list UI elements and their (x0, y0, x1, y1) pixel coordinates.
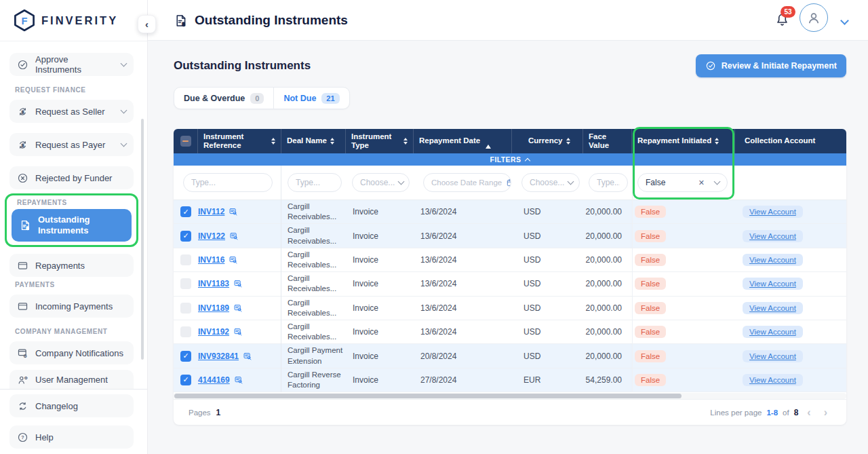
previous-page-button[interactable]: ‹ (803, 407, 814, 418)
view-account-link[interactable]: View Account (743, 230, 803, 242)
sticky-column-divider (632, 166, 633, 392)
sidebar-item-request-as-payer[interactable]: Request as Payer (9, 133, 134, 156)
sort-ascending-icon[interactable] (486, 136, 491, 145)
row-checkbox[interactable]: ✓ (180, 206, 191, 217)
chevron-down-icon (121, 140, 127, 147)
filter-instrument-type-select[interactable]: Choose... (352, 173, 410, 192)
select-all-checkbox[interactable] (180, 136, 191, 147)
sidebar-item-request-as-seller[interactable]: Request as Seller (9, 100, 134, 123)
filter-repayment-date-range[interactable]: Choose Date Range (423, 173, 511, 192)
instrument-preview-icon[interactable] (243, 352, 252, 361)
instrument-preview-icon[interactable] (229, 207, 238, 216)
view-account-link[interactable]: View Account (743, 254, 803, 266)
table-row[interactable]: ✓ INV112 CargillReceivables... Invoice 1… (174, 200, 846, 224)
clear-filter-icon[interactable]: ✕ (698, 178, 705, 187)
row-checkbox[interactable]: ✓ (180, 231, 191, 242)
instrument-preview-icon[interactable] (229, 255, 238, 265)
table-row[interactable]: INV116 CargillReceivables... Invoice 13/… (174, 248, 846, 272)
review-initiate-repayment-button[interactable]: Review & Initiate Repayment (696, 54, 846, 77)
repayment-date-cell: 13/6/2024 (414, 248, 512, 271)
filter-currency-select[interactable]: Choose... (521, 173, 580, 192)
column-header-repayment-initiated[interactable]: Repayment Initiated (632, 129, 735, 153)
row-checkbox[interactable] (180, 326, 191, 337)
face-value-cell: 20,000.00 (583, 272, 632, 295)
instrument-preview-icon[interactable] (234, 375, 243, 385)
filters-toggle-bar[interactable]: FILTERS (174, 153, 846, 166)
sort-icon[interactable] (271, 138, 275, 145)
instrument-reference-link[interactable]: INV932841 (198, 352, 239, 361)
column-header-currency[interactable]: Currency (512, 129, 583, 153)
sidebar-item-incoming-payments[interactable]: Incoming Payments (9, 295, 134, 318)
sidebar-scrollbar[interactable] (141, 119, 144, 360)
sort-icon[interactable] (403, 138, 408, 145)
user-menu-chevron[interactable] (840, 16, 849, 25)
tab-not-due[interactable]: Not Due 21 (274, 88, 349, 109)
sidebar-item-outstanding-instruments[interactable]: Outstanding Instruments (12, 209, 132, 242)
view-account-link[interactable]: View Account (743, 350, 803, 362)
notification-count-badge: 53 (781, 6, 795, 18)
filter-instrument-reference-input[interactable] (191, 178, 264, 187)
row-checkbox[interactable]: ✓ (180, 351, 191, 362)
next-page-button[interactable]: › (820, 407, 831, 418)
row-checkbox[interactable] (180, 278, 191, 289)
row-checkbox[interactable] (180, 254, 191, 265)
instrument-reference-link[interactable]: INV1189 (198, 303, 229, 313)
view-account-link[interactable]: View Account (743, 278, 803, 290)
table-row[interactable]: INV1189 CargillReceivables... Invoice 13… (174, 297, 846, 320)
sidebar-collapse-button[interactable]: ‹ (138, 15, 156, 33)
sidebar-item-approve-instruments[interactable]: Approve Instruments (9, 53, 134, 76)
column-header-repayment-date[interactable]: Repayment Date (414, 129, 512, 153)
brand-logo[interactable]: F FINVERITY (0, 0, 147, 32)
instrument-reference-link[interactable]: INV122 (198, 231, 225, 241)
instrument-preview-icon[interactable] (233, 327, 243, 337)
row-checkbox[interactable] (180, 303, 191, 314)
filter-deal-name-input[interactable] (296, 178, 334, 187)
rows-range[interactable]: 1-8 (766, 409, 778, 417)
instrument-preview-icon[interactable] (233, 279, 243, 288)
section-label-company-management: COMPANY MANAGEMENT (15, 328, 134, 335)
table-horizontal-scrollbar[interactable] (174, 393, 846, 399)
row-checkbox[interactable]: ✓ (180, 375, 191, 385)
column-header-deal-name[interactable]: Deal Name (281, 129, 346, 153)
sidebar-item-rejected-by-funder[interactable]: Rejected by Funder (9, 166, 134, 189)
instrument-preview-icon[interactable] (229, 231, 239, 241)
sidebar-item-company-notifications[interactable]: ⚙ Company Notifications (9, 341, 134, 364)
view-account-link[interactable]: View Account (743, 302, 803, 314)
instrument-reference-link[interactable]: INV116 (198, 255, 224, 265)
sort-icon[interactable] (715, 138, 719, 145)
user-avatar-button[interactable] (800, 3, 828, 32)
sidebar-item-repayments[interactable]: Repayments (9, 254, 134, 277)
instrument-reference-link[interactable]: INV1183 (198, 279, 229, 288)
sort-icon[interactable] (330, 138, 334, 145)
filter-repayment-initiated-select[interactable]: False ✕ (637, 173, 728, 192)
instrument-preview-icon[interactable] (233, 303, 243, 313)
instrument-reference-link[interactable]: INV1192 (198, 327, 229, 337)
section-label-payments: PAYMENTS (15, 281, 134, 288)
table-row[interactable]: INV1183 CargillReceivables... Invoice 13… (174, 272, 846, 296)
instrument-reference-link[interactable]: INV112 (198, 207, 224, 216)
view-account-link[interactable]: View Account (743, 206, 803, 218)
sidebar-item-changelog[interactable]: Changelog (9, 394, 134, 417)
view-account-link[interactable]: View Account (743, 326, 803, 338)
deal-name-cell: Cargill PaymentExtension (281, 344, 346, 367)
wallet-icon (17, 260, 28, 271)
deal-name-cell: CargillReceivables... (281, 200, 346, 223)
table-row[interactable]: ✓ 4144169 Cargill ReverseFactoring Invoi… (174, 368, 846, 392)
tab-count-badge: 0 (250, 93, 264, 104)
table-row[interactable]: ✓ INV122 CargillReceivables... Invoice 1… (174, 224, 846, 248)
view-account-link[interactable]: View Account (743, 374, 803, 386)
sidebar-item-user-management[interactable]: ⚙ User Management (9, 370, 134, 389)
table-row[interactable]: ✓ INV932841 Cargill PaymentExtension Inv… (174, 344, 846, 368)
gear-glyph: ⚙ (24, 375, 27, 379)
column-header-instrument-type[interactable]: Instrument Type (346, 129, 414, 153)
tab-due-overdue[interactable]: Due & Overdue 0 (174, 88, 273, 109)
notifications-button[interactable]: 53 (774, 12, 791, 29)
sidebar-item-help[interactable]: ? Help (9, 425, 134, 449)
column-header-instrument-reference[interactable]: Instrument Reference (198, 129, 281, 153)
sort-icon[interactable] (566, 138, 570, 145)
filter-face-value-input[interactable] (597, 178, 620, 187)
instrument-reference-link[interactable]: 4144169 (198, 375, 230, 385)
table-row[interactable]: INV1192 CargillReceivables... Invoice 13… (174, 320, 846, 344)
current-page[interactable]: 1 (216, 408, 221, 417)
scrollbar-thumb[interactable] (174, 394, 682, 398)
